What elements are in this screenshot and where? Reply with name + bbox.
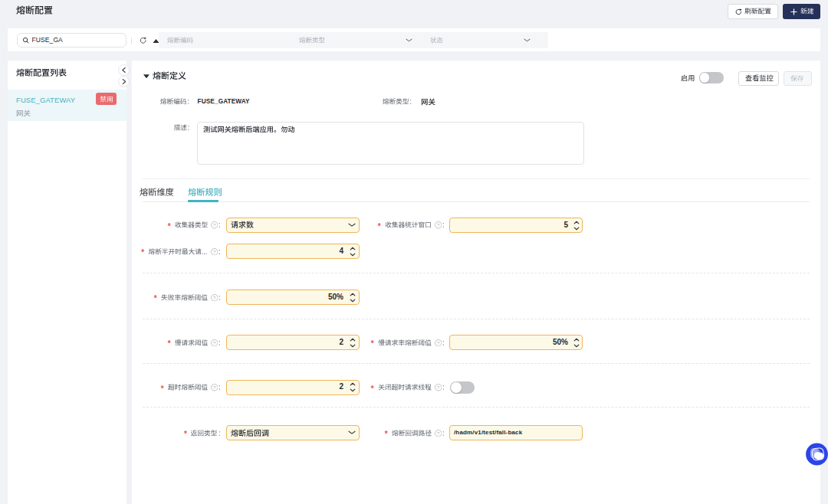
svg-text:?: ? (437, 223, 440, 227)
svg-text:?: ? (437, 340, 440, 345)
svg-text:?: ? (213, 385, 216, 390)
svg-text:?: ? (437, 385, 440, 390)
svg-text:?: ? (213, 340, 216, 345)
svg-text:?: ? (213, 295, 216, 299)
svg-text:?: ? (213, 249, 216, 254)
svg-text:?: ? (213, 223, 216, 227)
svg-text:?: ? (437, 430, 440, 435)
